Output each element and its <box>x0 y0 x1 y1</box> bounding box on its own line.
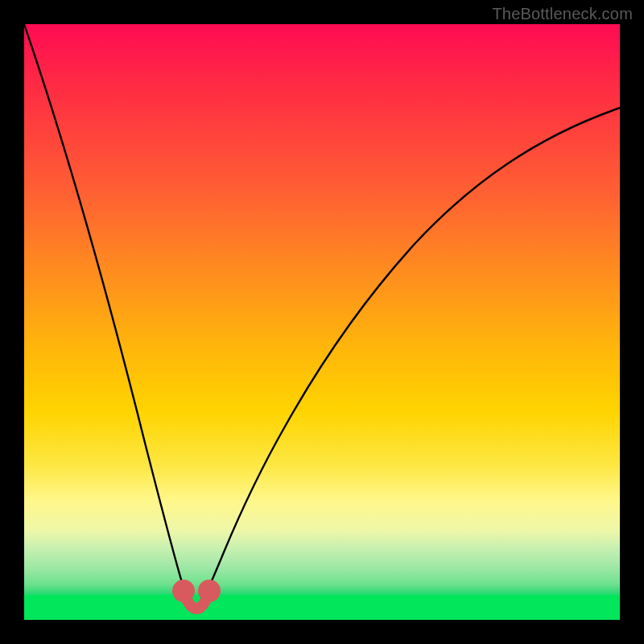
marker-dot-left <box>178 585 189 597</box>
bottleneck-curve <box>24 24 620 609</box>
chart-frame: TheBottleneck.com <box>0 0 644 644</box>
marker-dot-right <box>204 585 215 597</box>
chart-svg <box>24 24 620 620</box>
watermark-text: TheBottleneck.com <box>492 5 633 23</box>
curve-group <box>24 24 620 609</box>
plot-area <box>24 24 620 620</box>
marker-group <box>178 585 215 609</box>
